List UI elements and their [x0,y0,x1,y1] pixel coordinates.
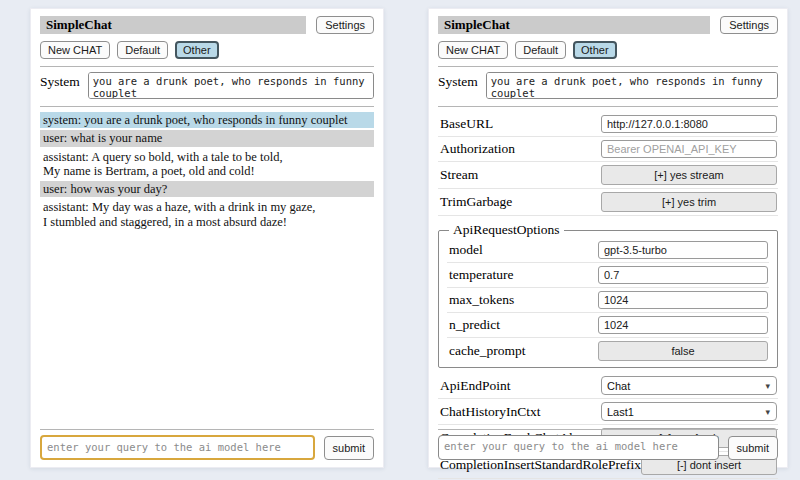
setting-row-temperature: temperature [447,263,769,288]
tab-default[interactable]: Default [515,41,566,59]
chat-message-system: system: you are a drunk poet, who respon… [40,112,374,128]
tab-default[interactable]: Default [117,41,168,59]
model-input[interactable] [598,241,768,259]
chat-panel: SimpleChat Settings New CHAT Default Oth… [30,8,384,468]
system-prompt-row: System you are a drunk poet, who respond… [40,72,374,99]
setting-row-max-tokens: max_tokens [447,288,769,313]
chathistoryinctxt-select[interactable]: Last1 ▾ [601,402,777,421]
divider [40,66,374,67]
setting-row-apiendpoint: ApiEndPoint Chat ▾ [438,373,778,399]
setting-label: ChatHistoryInCtxt [440,404,541,420]
trimgarbage-toggle-button[interactable]: [+] yes trim [601,192,777,212]
setting-label: TrimGarbage [440,194,512,210]
session-tabs: New CHAT Default Other [438,41,778,59]
divider [438,66,778,67]
tab-new-chat[interactable]: New CHAT [40,41,110,59]
setting-row-trimgarbage: TrimGarbage [+] yes trim [438,189,778,216]
chat-message-assistant: assistant: A query so bold, with a tale … [40,149,374,180]
fieldset-legend: ApiRequestOptions [449,222,564,238]
chevron-down-icon: ▾ [765,407,770,417]
n-predict-input[interactable] [598,316,768,334]
chat-message-user: user: what is your name [40,130,374,146]
select-value: Last1 [607,406,634,418]
divider [40,106,374,107]
setting-label: Stream [440,167,478,183]
query-bar: submit [40,422,374,460]
tab-other[interactable]: Other [175,41,219,59]
setting-label: temperature [449,267,513,283]
app-title: SimpleChat [438,16,710,34]
temperature-input[interactable] [598,266,768,284]
system-label: System [40,72,80,99]
select-value: Chat [607,380,630,392]
setting-label: cache_prompt [449,343,525,359]
setting-label: model [449,242,483,258]
setting-row-model: model [447,238,769,263]
baseurl-input[interactable] [601,115,777,133]
tab-other[interactable]: Other [573,41,617,59]
max-tokens-input[interactable] [598,291,768,309]
page: SimpleChat Settings New CHAT Default Oth… [0,0,800,480]
chat-message-assistant: assistant: My day was a haze, with a dri… [40,199,374,230]
submit-button[interactable]: submit [728,436,778,460]
setting-row-baseurl: BaseURL [438,112,778,137]
divider [438,106,778,107]
settings-button[interactable]: Settings [316,16,374,34]
setting-row-authorization: Authorization [438,137,778,162]
query-input[interactable] [40,435,315,460]
setting-row-cache-prompt: cache_prompt false [447,338,769,364]
setting-label: ApiEndPoint [440,378,511,394]
chevron-down-icon: ▾ [765,381,770,391]
setting-row-stream: Stream [+] yes stream [438,162,778,189]
apiendpoint-select[interactable]: Chat ▾ [601,376,777,395]
app-title: SimpleChat [40,16,306,34]
stream-toggle-button[interactable]: [+] yes stream [601,165,777,185]
system-prompt-input[interactable]: you are a drunk poet, who responds in fu… [486,72,778,99]
system-prompt-row: System you are a drunk poet, who respond… [438,72,778,99]
submit-button[interactable]: submit [324,436,374,460]
header-bar: SimpleChat Settings [40,16,374,34]
query-bar: submit [438,422,778,460]
chat-message-user: user: how was your day? [40,181,374,197]
api-request-options-group: ApiRequestOptions model temperature max_… [438,222,778,368]
settings-button[interactable]: Settings [720,16,778,34]
setting-label: max_tokens [449,292,514,308]
tab-new-chat[interactable]: New CHAT [438,41,508,59]
system-label: System [438,72,478,99]
settings-panel: SimpleChat Settings New CHAT Default Oth… [428,8,788,468]
setting-label: Authorization [440,141,515,157]
session-tabs: New CHAT Default Other [40,41,374,59]
authorization-input[interactable] [601,140,777,158]
divider [438,429,778,430]
setting-label: n_predict [449,317,500,333]
cache-prompt-toggle-button[interactable]: false [598,341,768,361]
header-bar: SimpleChat Settings [438,16,778,34]
setting-label: BaseURL [440,116,493,132]
system-prompt-input[interactable]: you are a drunk poet, who responds in fu… [88,72,374,99]
chat-message-list: system: you are a drunk poet, who respon… [40,112,374,230]
setting-row-n-predict: n_predict [447,313,769,338]
divider [40,429,374,430]
query-input[interactable] [438,435,719,460]
